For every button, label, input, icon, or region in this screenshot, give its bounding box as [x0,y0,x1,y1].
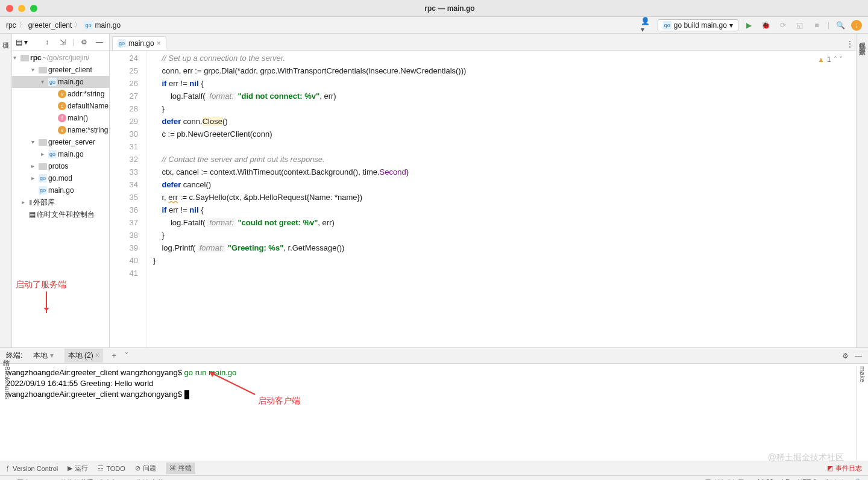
run-button[interactable]: ▶ [743,19,755,31]
terminal-content[interactable]: 启动客户端 wangzhoangdeAir:greeter_client wan… [0,364,868,461]
event-log-button[interactable]: ◩ 事件日志 [827,464,862,473]
var-icon: v [58,90,66,98]
coverage-button[interactable]: ⟳ [777,19,789,31]
terminal-dropdown-icon[interactable]: ˅ [125,352,128,360]
bookmarks-tab[interactable]: Bookmarks [0,366,11,399]
tree-item[interactable]: ▸gomain.go [12,148,109,160]
version-control-button[interactable]: ᚶ Version Control [6,465,58,472]
gear-icon[interactable]: ⚙ [842,352,849,360]
folder-icon [39,163,47,170]
editor-more-icon[interactable]: ⋮ [844,38,856,50]
profiler-button[interactable]: ◱ [794,19,806,31]
search-icon[interactable]: 🔍 [834,19,846,31]
tree-item-label: defaultName [68,100,108,112]
tree-item[interactable]: gomain.go [12,184,109,196]
tree-item[interactable]: ▸⫴外部库 [12,196,109,208]
tree-item[interactable]: vname:*string [12,124,109,136]
tree-item[interactable]: ▸gogo.mod [12,172,109,184]
right-toolwindow-stripe[interactable]: 远程主机 数据库 [856,34,868,348]
tree-item[interactable]: vaddr:*string [12,88,109,100]
problems-button[interactable]: ⊘ 问题 [135,464,156,473]
window-title: rpc — main.go [37,4,862,13]
close-icon[interactable]: × [157,39,161,48]
tree-item[interactable]: ▾greeter_client [12,64,109,76]
project-select-icon[interactable]: ▤ ▾ [16,38,28,46]
gutter[interactable]: 242526272829303132333435363738394041 [110,51,147,348]
chevron-down-icon: ▾ [729,21,733,30]
terminal-button[interactable]: ⌘ 终端 [166,463,195,474]
inspection-indicator[interactable]: ▲ 1 ˄ ˅ [817,55,843,64]
run-config-select[interactable]: go go build main.go ▾ [658,19,738,31]
chevron-right-icon: 〉 [74,20,81,30]
terminal-tab[interactable]: 本地 (2) × [64,349,103,363]
gear-icon[interactable]: ⚙ [78,36,90,48]
go-file-icon: go [39,186,47,195]
update-badge[interactable]: ↓ [851,20,862,31]
red-arrow-icon [46,291,47,313]
chevron-icon[interactable]: ▸ [31,160,37,172]
close-icon[interactable] [6,5,13,12]
project-tree[interactable]: ▾ rpc ~/go/src/juejin/ ▾greeter_client▾g… [12,51,109,348]
go-file-icon: go [48,150,57,158]
tree-item-label: name:*string [68,124,108,136]
tree-item[interactable]: ▸protos [12,160,109,172]
terminal-tabs: 终端: 本地 ▾ 本地 (2) × ＋ ˅ ⚙ — [0,348,868,364]
tree-item[interactable]: ▤临时文件和控制台 [12,208,109,220]
chevron-icon[interactable]: ▾ [41,76,47,88]
breadcrumb-item[interactable]: greeter_client [28,21,72,30]
tree-item[interactable]: ▾gomain.go [12,76,109,88]
tree-root[interactable]: ▾ rpc ~/go/src/juejin/ [12,52,109,64]
terminal-panel: 终端: 本地 ▾ 本地 (2) × ＋ ˅ ⚙ — 启动客户端 wangzhoa… [0,348,868,461]
run-tool-button[interactable]: ▶ 运行 [68,464,88,473]
left-toolwindow-stripe-lower[interactable]: 结构 Bookmarks [0,354,11,461]
traffic-lights[interactable] [6,5,37,12]
minimize-icon[interactable] [18,5,25,12]
chevron-icon[interactable]: ▸ [22,196,28,208]
run-config-label: go build main.go [674,21,727,30]
tree-item-label: greeter_client [48,64,92,76]
warning-icon: ▲ [817,55,825,64]
go-file-icon: go [84,21,92,30]
select-opened-file-icon[interactable]: ↕ [41,36,53,48]
stop-button[interactable]: ■ [811,19,823,31]
hide-panel-icon[interactable]: — [855,352,862,360]
chevron-icon[interactable]: ▸ [41,148,47,160]
chevron-icon[interactable]: ˄ ˅ [834,55,843,64]
left-toolwindow-stripe[interactable]: 项目 [0,34,12,348]
tree-item[interactable]: ▾greeter_server [12,136,109,148]
debug-button[interactable]: 🐞 [760,19,772,31]
tree-item-label: main.go [48,184,74,196]
breadcrumb-item[interactable]: rpc [6,21,16,30]
make-tab[interactable]: make [859,366,866,382]
todo-button[interactable]: ☲ TODO [98,464,125,472]
chevron-icon[interactable]: ▸ [31,172,37,184]
bottom-toolbar: ᚶ Version Control ▶ 运行 ☲ TODO ⊘ 问题 ⌘ 终端 … [0,461,868,475]
tree-item-label: main.go [58,148,84,160]
chevron-icon[interactable]: ▾ [31,64,37,76]
hide-panel-icon[interactable]: — [93,36,105,48]
add-terminal-button[interactable]: ＋ [110,351,118,361]
const-icon: c [58,102,66,110]
tree-item-label: 临时文件和控制台 [37,208,95,220]
var-icon: v [58,126,66,134]
code-area[interactable]: // Set up a connection to the server. co… [147,51,856,348]
tree-item[interactable]: cdefaultName [12,100,109,112]
go-file-icon: go [118,39,126,48]
chevron-down-icon[interactable]: ▾ [50,351,54,360]
user-icon[interactable]: 👤▾ [641,19,653,31]
chevron-down-icon[interactable]: ▾ [13,52,19,64]
breadcrumb-item[interactable]: main.go [95,21,121,30]
folder-icon [39,67,47,73]
expand-all-icon[interactable]: ⇲ [57,36,69,48]
close-icon[interactable]: × [95,351,99,360]
maximize-icon[interactable] [30,5,37,12]
breadcrumb[interactable]: rpc 〉 greeter_client 〉 go main.go [6,20,121,30]
tree-item[interactable]: fmain() [12,112,109,124]
console-icon: ▤ [29,208,36,220]
terminal-tab[interactable]: 本地 ▾ [30,349,57,363]
editor-tab[interactable]: go main.go × [112,36,166,50]
folder-icon [20,55,29,61]
tree-item-label: main() [68,112,88,124]
tree-item-label: go.mod [48,172,72,184]
chevron-icon[interactable]: ▾ [31,136,37,148]
